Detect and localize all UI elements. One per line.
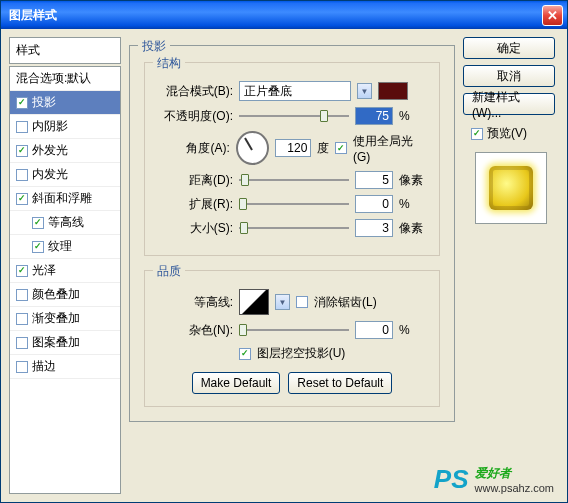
style-item-label: 混合选项:默认: [16, 70, 91, 87]
preview-swatch: [489, 166, 533, 210]
style-item-label: 描边: [32, 358, 56, 375]
angle-dial[interactable]: [236, 131, 269, 165]
spread-label: 扩展(R):: [157, 196, 233, 213]
spread-unit: %: [399, 197, 427, 211]
style-item[interactable]: ✓等高线: [10, 211, 120, 235]
style-checkbox[interactable]: ✓: [16, 145, 28, 157]
shadow-color-swatch[interactable]: [378, 82, 408, 100]
noise-slider[interactable]: [239, 321, 349, 339]
angle-input[interactable]: 120: [275, 139, 312, 157]
antialias-checkbox[interactable]: [296, 296, 308, 308]
chevron-down-icon[interactable]: ▼: [357, 83, 372, 99]
cancel-button[interactable]: 取消: [463, 65, 555, 87]
watermark-text: 爱好者: [475, 466, 511, 480]
style-checkbox[interactable]: [16, 313, 28, 325]
ok-button[interactable]: 确定: [463, 37, 555, 59]
right-panel: 确定 取消 新建样式(W)... ✓ 预览(V): [463, 37, 559, 494]
style-item[interactable]: 描边: [10, 355, 120, 379]
style-item-label: 斜面和浮雕: [32, 190, 92, 207]
antialias-label: 消除锯齿(L): [314, 294, 377, 311]
style-item[interactable]: ✓纹理: [10, 235, 120, 259]
contour-label: 等高线:: [157, 294, 233, 311]
style-checkbox[interactable]: ✓: [16, 193, 28, 205]
style-item-label: 图案叠加: [32, 334, 80, 351]
style-checkbox[interactable]: ✓: [16, 265, 28, 277]
style-checkbox[interactable]: [16, 289, 28, 301]
chevron-down-icon[interactable]: ▼: [275, 294, 290, 310]
noise-input[interactable]: 0: [355, 321, 393, 339]
drop-shadow-group: 投影 结构 混合模式(B): 正片叠底 ▼ 不透明度(O):: [129, 45, 455, 422]
opacity-input[interactable]: 75: [355, 107, 393, 125]
make-default-button[interactable]: Make Default: [192, 372, 281, 394]
quality-title: 品质: [153, 263, 185, 280]
style-item[interactable]: 渐变叠加: [10, 307, 120, 331]
quality-group: 品质 等高线: ▼ 消除锯齿(L) 杂色(N): 0 %: [144, 270, 440, 407]
structure-title: 结构: [153, 55, 185, 72]
style-item[interactable]: ✓斜面和浮雕: [10, 187, 120, 211]
style-sidebar: 样式 混合选项:默认✓投影内阴影✓外发光内发光✓斜面和浮雕✓等高线✓纹理✓光泽颜…: [9, 37, 121, 494]
watermark: PS 爱好者 www.psahz.com: [434, 464, 554, 495]
blend-mode-label: 混合模式(B):: [157, 83, 233, 100]
structure-group: 结构 混合模式(B): 正片叠底 ▼ 不透明度(O): 75 %: [144, 62, 440, 256]
window-title: 图层样式: [9, 7, 542, 24]
knockout-label: 图层挖空投影(U): [257, 345, 346, 362]
distance-unit: 像素: [399, 172, 427, 189]
style-header: 样式: [9, 37, 121, 64]
layer-style-dialog: 图层样式 ✕ 样式 混合选项:默认✓投影内阴影✓外发光内发光✓斜面和浮雕✓等高线…: [0, 0, 568, 503]
distance-label: 距离(D):: [157, 172, 233, 189]
style-item[interactable]: 内发光: [10, 163, 120, 187]
style-item-label: 投影: [32, 94, 56, 111]
preview-label: 预览(V): [487, 125, 527, 142]
noise-label: 杂色(N):: [157, 322, 233, 339]
style-item[interactable]: 混合选项:默认: [10, 67, 120, 91]
style-checkbox[interactable]: ✓: [16, 97, 28, 109]
group-title: 投影: [138, 38, 170, 55]
style-item[interactable]: ✓外发光: [10, 139, 120, 163]
style-checkbox[interactable]: ✓: [32, 241, 44, 253]
opacity-slider[interactable]: [239, 107, 349, 125]
spread-input[interactable]: 0: [355, 195, 393, 213]
titlebar[interactable]: 图层样式 ✕: [1, 1, 567, 29]
contour-picker[interactable]: [239, 289, 269, 315]
knockout-checkbox[interactable]: ✓: [239, 348, 251, 360]
style-checkbox[interactable]: [16, 361, 28, 373]
spread-slider[interactable]: [239, 195, 349, 213]
distance-input[interactable]: 5: [355, 171, 393, 189]
new-style-button[interactable]: 新建样式(W)...: [463, 93, 555, 115]
style-item-label: 颜色叠加: [32, 286, 80, 303]
watermark-ps: PS: [434, 464, 469, 495]
size-label: 大小(S):: [157, 220, 233, 237]
style-checkbox[interactable]: ✓: [32, 217, 44, 229]
distance-slider[interactable]: [239, 171, 349, 189]
style-item[interactable]: ✓光泽: [10, 259, 120, 283]
preview-checkbox[interactable]: ✓: [471, 128, 483, 140]
style-item[interactable]: 颜色叠加: [10, 283, 120, 307]
size-slider[interactable]: [239, 219, 349, 237]
global-light-checkbox[interactable]: ✓: [335, 142, 347, 154]
style-checkbox[interactable]: [16, 169, 28, 181]
preview-box: [475, 152, 547, 224]
style-item-label: 光泽: [32, 262, 56, 279]
noise-unit: %: [399, 323, 427, 337]
style-item-label: 外发光: [32, 142, 68, 159]
blend-mode-combo[interactable]: 正片叠底: [239, 81, 351, 101]
style-checkbox[interactable]: [16, 337, 28, 349]
style-list: 混合选项:默认✓投影内阴影✓外发光内发光✓斜面和浮雕✓等高线✓纹理✓光泽颜色叠加…: [9, 66, 121, 494]
style-item-label: 纹理: [48, 238, 72, 255]
settings-panel: 投影 结构 混合模式(B): 正片叠底 ▼ 不透明度(O):: [129, 37, 455, 494]
close-button[interactable]: ✕: [542, 5, 563, 26]
style-item[interactable]: ✓投影: [10, 91, 120, 115]
opacity-unit: %: [399, 109, 427, 123]
style-item[interactable]: 内阴影: [10, 115, 120, 139]
style-item[interactable]: 图案叠加: [10, 331, 120, 355]
style-checkbox[interactable]: [16, 121, 28, 133]
style-item-label: 渐变叠加: [32, 310, 80, 327]
style-item-label: 内阴影: [32, 118, 68, 135]
size-input[interactable]: 3: [355, 219, 393, 237]
angle-unit: 度: [317, 140, 329, 157]
style-item-label: 等高线: [48, 214, 84, 231]
size-unit: 像素: [399, 220, 427, 237]
reset-default-button[interactable]: Reset to Default: [288, 372, 392, 394]
watermark-url: www.psahz.com: [475, 482, 554, 494]
global-light-label: 使用全局光(G): [353, 133, 427, 164]
